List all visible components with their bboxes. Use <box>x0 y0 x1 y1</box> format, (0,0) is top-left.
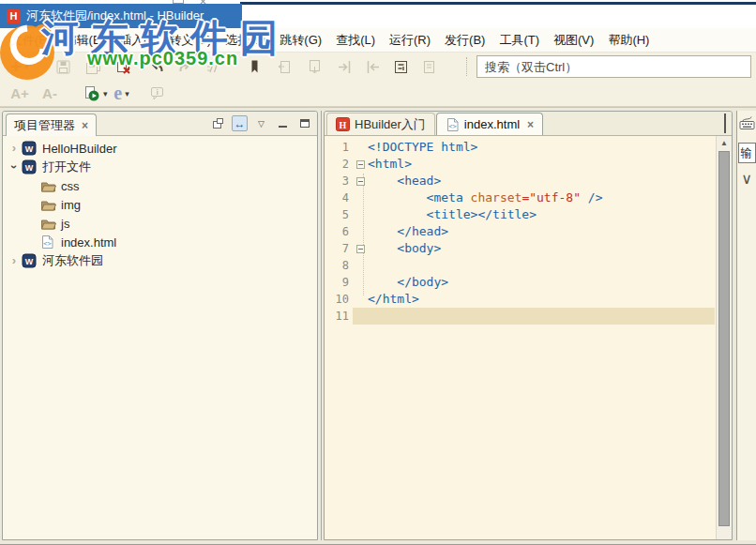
code-text: </html> <box>368 291 715 308</box>
import-doc-button[interactable] <box>274 55 295 78</box>
jump-out-button[interactable] <box>362 55 383 78</box>
menu-item-file[interactable]: 文件(F) <box>4 29 57 52</box>
line-number: 10 <box>325 291 353 308</box>
menu-item-select[interactable]: 选择(S) <box>219 29 272 52</box>
editor-tab-hbuilder-intro[interactable]: HHBuilder入门 <box>326 113 435 135</box>
line-number: 11 <box>325 308 353 325</box>
save-button[interactable] <box>53 55 73 78</box>
code-text <box>368 257 715 274</box>
menu-item-escape[interactable]: 转义(O) <box>162 29 218 52</box>
reformat-button[interactable] <box>203 55 223 78</box>
tree-item-label: img <box>61 198 81 212</box>
vertical-scrollbar[interactable]: ▲ <box>716 136 732 539</box>
svg-text:H: H <box>340 120 347 130</box>
project-panel: 项目管理器 × ↔ ▽ ›WHelloHBuild <box>2 111 318 540</box>
info-icon <box>148 84 166 102</box>
expand-arrow-icon[interactable]: › <box>7 253 22 268</box>
redo-button[interactable] <box>174 55 195 78</box>
undo-button[interactable] <box>146 55 167 78</box>
folder-icon <box>40 197 57 212</box>
menu-item-edit[interactable]: 编辑(E) <box>58 29 112 52</box>
preview-button[interactable] <box>418 55 439 78</box>
dropdown-caret-icon[interactable]: ▾ <box>125 89 129 98</box>
undo-icon <box>148 58 166 76</box>
main-area: 项目管理器 × ↔ ▽ ›WHelloHBuild <box>0 107 756 544</box>
tree-item-index-html[interactable]: <>index.html <box>3 233 317 251</box>
collapse-fold-icon[interactable] <box>356 245 365 253</box>
menu-item-publish[interactable]: 发行(B) <box>438 29 491 52</box>
menu-item-run[interactable]: 运行(R) <box>383 29 437 52</box>
link-with-editor-icon[interactable] <box>210 115 226 131</box>
collapse-all-icon[interactable]: ↔ <box>232 115 248 131</box>
jump-in-button[interactable] <box>334 55 355 78</box>
scroll-up-icon[interactable]: ▲ <box>717 136 732 150</box>
collapsed-panel-tab[interactable]: 输 <box>738 143 756 163</box>
save-icon <box>54 58 72 76</box>
font-decrease-button[interactable]: A- <box>39 83 60 105</box>
title-bar[interactable]: H 河东软件园/index.html - HBuilder <box>0 4 242 28</box>
menu-item-goto[interactable]: 跳转(G) <box>273 29 328 52</box>
toolbar-secondary: A+A-▾e▾ <box>0 81 756 107</box>
close-all-docs-button[interactable] <box>113 55 133 78</box>
fold-marker-icon[interactable] <box>353 173 368 189</box>
close-view-icon[interactable]: × <box>82 120 88 131</box>
tree-item-hello-hbuilder[interactable]: ›WHelloHBuilder <box>3 139 317 158</box>
editor-tab-index-html[interactable]: <>index.html× <box>436 113 543 135</box>
line-number: 7 <box>325 240 353 257</box>
svg-text:W: W <box>25 144 34 154</box>
maximize-editor-icon[interactable] <box>724 116 726 133</box>
code-text <box>368 308 715 325</box>
scrollbar-thumb[interactable] <box>718 151 730 526</box>
close-tab-icon[interactable]: × <box>527 119 534 130</box>
code-text: <html> <box>368 156 715 173</box>
code-token: <html> <box>368 157 412 171</box>
search-input[interactable] <box>476 55 751 78</box>
feedback-button[interactable] <box>147 83 168 105</box>
fold-marker-icon[interactable] <box>353 156 368 173</box>
minimize-panel-icon[interactable] <box>275 115 291 131</box>
font-increase-button[interactable]: A+ <box>9 83 30 105</box>
panel-divider[interactable] <box>321 111 322 540</box>
menu-item-insert[interactable]: 插入(I) <box>113 29 161 52</box>
open-with-ie-button[interactable]: e▾ <box>112 83 132 105</box>
code-editor[interactable]: 1<!DOCTYPE html>2<html>3 <head>4 <meta c… <box>325 136 732 539</box>
run-in-browser-button[interactable]: ▾ <box>83 83 108 105</box>
menu-item-help[interactable]: 帮助(H) <box>601 29 656 52</box>
maximize-panel-icon[interactable] <box>296 115 312 131</box>
fold-scope-line <box>363 174 364 295</box>
editor-tab-bar: HHBuilder入门<>index.html× <box>325 112 732 136</box>
tree-item-open-files[interactable]: ›W打开文件 <box>3 158 317 176</box>
menu-item-tools[interactable]: 工具(T) <box>492 29 546 52</box>
collapse-fold-icon[interactable] <box>356 160 365 169</box>
menu-item-find[interactable]: 查找(L) <box>329 29 382 52</box>
export-doc-button[interactable] <box>304 55 325 78</box>
fold-column <box>353 189 368 206</box>
tree-item-js[interactable]: js <box>3 214 317 233</box>
menu-item-view[interactable]: 视图(V) <box>547 29 600 52</box>
expand-arrow-icon[interactable]: › <box>7 141 22 156</box>
project-icon: W <box>22 159 38 174</box>
dropdown-caret-icon[interactable]: ▾ <box>24 62 29 71</box>
code-token: </head> <box>368 224 448 238</box>
collapse-fold-icon[interactable] <box>356 177 365 186</box>
chevron-down-icon[interactable]: ∨ <box>741 170 752 188</box>
project-manager-tab[interactable]: 项目管理器 × <box>6 114 97 136</box>
bookmark-icon <box>246 58 264 76</box>
dropdown-caret-icon[interactable]: ▾ <box>103 89 108 98</box>
folder-icon <box>40 216 57 231</box>
collapse-arrow-icon[interactable]: › <box>7 159 22 174</box>
view-menu-icon[interactable]: ▽ <box>253 115 269 131</box>
fold-marker-icon[interactable] <box>353 240 368 257</box>
tree-item-img[interactable]: img <box>3 195 317 214</box>
toggle-bookmark-button[interactable] <box>244 55 265 78</box>
code-line: 1<!DOCTYPE html> <box>325 139 715 156</box>
keyboard-icon[interactable] <box>739 115 755 134</box>
html-file-icon: <> <box>446 117 460 132</box>
new-file-button[interactable]: +▾ <box>9 55 30 78</box>
save-all-button[interactable] <box>83 55 103 78</box>
tree-item-css[interactable]: css <box>3 176 317 195</box>
line-number: 1 <box>325 139 353 156</box>
tree-item-hedong-ruanjianyuan[interactable]: ›W河东软件园 <box>3 251 317 270</box>
editor-panel: HHBuilder入门<>index.html× 1<!DOCTYPE html… <box>324 111 733 540</box>
toggle-wrap-button[interactable] <box>390 55 411 78</box>
